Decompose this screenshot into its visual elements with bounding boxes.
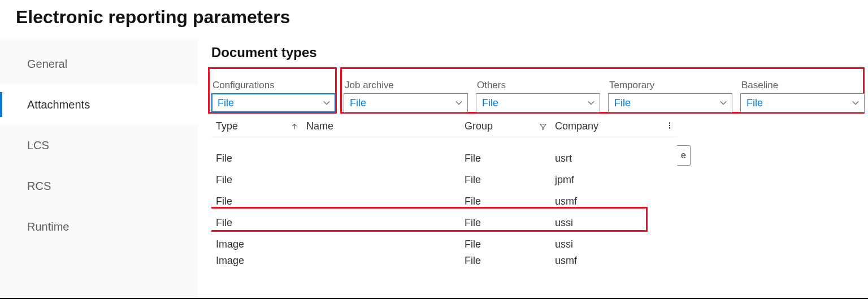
sidebar-item-label: General: [27, 58, 67, 71]
dropdown-value: File: [614, 97, 631, 109]
cell-type: Image: [216, 255, 306, 267]
sort-asc-icon: [290, 123, 298, 131]
dropdown-value: File: [747, 97, 763, 109]
page-title: Electronic reporting parameters: [0, 0, 868, 39]
sidebar-item-attachments[interactable]: Attachments: [0, 84, 198, 125]
sidebar-item-general[interactable]: General: [0, 44, 198, 84]
column-label: Company: [555, 120, 598, 132]
field-label: Baseline: [740, 80, 865, 91]
section-title: Document types: [211, 45, 865, 60]
cell-company: ussi: [555, 239, 645, 250]
cell-type: Image: [216, 239, 306, 250]
document-type-fields: Configurations File Job archive File Oth…: [211, 80, 865, 112]
more-vertical-icon: [666, 122, 674, 129]
sidebar: General Attachments LCS RCS Runtime: [0, 39, 198, 297]
column-header-group[interactable]: Group: [465, 120, 555, 132]
field-label: Job archive: [344, 80, 468, 91]
table-row[interactable]: Image File usmf: [211, 255, 677, 270]
field-label: Others: [476, 80, 600, 91]
cell-type: File: [216, 153, 306, 164]
grid-more-button[interactable]: [666, 120, 677, 132]
cell-company: jpmf: [555, 174, 645, 186]
column-label: Name: [306, 120, 333, 132]
job-archive-dropdown[interactable]: File: [344, 93, 468, 112]
chevron-down-icon: [323, 99, 331, 107]
button-label-fragment: e: [681, 150, 686, 161]
dropdown-value: File: [482, 97, 498, 109]
grid-body: File File usrt File File jpmf File File …: [211, 137, 677, 285]
cell-group: File: [465, 174, 555, 186]
sidebar-item-label: Runtime: [27, 220, 69, 233]
cell-company: usmf: [555, 196, 645, 207]
temporary-dropdown[interactable]: File: [608, 93, 732, 112]
table-row[interactable]: File File usmf: [211, 190, 677, 212]
others-dropdown[interactable]: File: [476, 93, 600, 112]
sidebar-item-label: Attachments: [27, 98, 90, 111]
table-row[interactable]: File File ussi: [211, 212, 677, 233]
cell-type: File: [216, 174, 306, 186]
sidebar-item-label: LCS: [27, 139, 49, 152]
table-row[interactable]: File File jpmf: [211, 169, 677, 190]
column-header-type[interactable]: Type: [216, 120, 306, 132]
cell-type: File: [216, 196, 306, 207]
chevron-down-icon: [455, 99, 463, 107]
cell-group: File: [465, 255, 555, 267]
cell-group: File: [465, 239, 555, 250]
field-baseline: Baseline File: [740, 80, 865, 112]
lookup-grid: Type Name Group Company: [211, 116, 677, 285]
cell-company: ussi: [555, 217, 645, 229]
cell-group: File: [465, 196, 555, 207]
cell-company: usmf: [555, 255, 645, 267]
field-label: Temporary: [608, 80, 732, 91]
table-row[interactable]: Image File ussi: [211, 233, 677, 255]
svg-point-0: [669, 122, 670, 123]
column-header-name[interactable]: Name: [306, 120, 465, 132]
svg-point-1: [669, 125, 670, 126]
dropdown-value: File: [218, 97, 234, 109]
field-job-archive: Job archive File: [344, 80, 468, 112]
cell-company: usrt: [555, 153, 645, 164]
main-content: Document types Configurations File Job a…: [198, 39, 868, 297]
baseline-dropdown[interactable]: File: [740, 93, 865, 112]
grid-header: Type Name Group Company: [211, 116, 677, 137]
chevron-down-icon: [852, 99, 860, 107]
sidebar-item-label: RCS: [27, 180, 51, 193]
cell-group: File: [465, 217, 555, 229]
column-label: Group: [465, 120, 493, 132]
svg-point-2: [669, 127, 670, 128]
field-label: Configurations: [211, 80, 336, 91]
sidebar-item-lcs[interactable]: LCS: [0, 125, 198, 166]
configurations-dropdown[interactable]: File: [211, 93, 336, 112]
column-header-company[interactable]: Company: [555, 120, 645, 132]
chevron-down-icon: [719, 99, 727, 107]
filter-icon: [539, 123, 547, 131]
table-row[interactable]: [211, 137, 677, 148]
field-configurations: Configurations File: [211, 80, 336, 112]
sidebar-item-rcs[interactable]: RCS: [0, 166, 198, 206]
field-others: Others File: [476, 80, 600, 112]
table-row[interactable]: File File usrt: [211, 148, 677, 169]
cell-group: File: [465, 153, 555, 164]
field-temporary: Temporary File: [608, 80, 732, 112]
column-label: Type: [216, 120, 238, 132]
chevron-down-icon: [587, 99, 595, 107]
cell-type: File: [216, 217, 306, 229]
dropdown-value: File: [350, 97, 366, 109]
sidebar-item-runtime[interactable]: Runtime: [0, 206, 198, 247]
partial-button[interactable]: e: [677, 145, 691, 166]
